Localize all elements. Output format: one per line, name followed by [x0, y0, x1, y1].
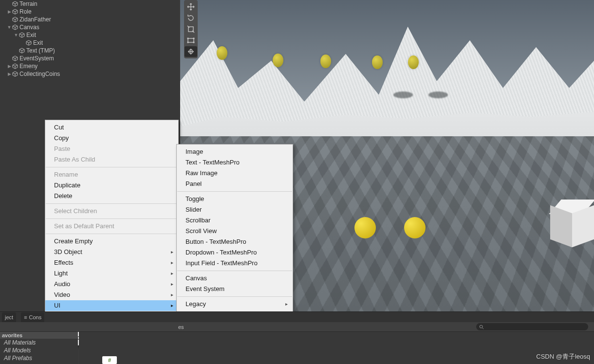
favorites-item[interactable]: All Models: [0, 346, 78, 354]
menu-item[interactable]: Create Empty: [45, 236, 178, 247]
hierarchy-item-label: Exit: [26, 31, 36, 39]
search-input[interactable]: [476, 323, 588, 330]
project-toolbar: es: [0, 322, 594, 332]
gameobject-icon: [25, 39, 32, 46]
menu-item[interactable]: Legacy: [177, 299, 293, 309]
hierarchy-item[interactable]: ▶CollectingCoins: [0, 70, 179, 78]
gameobject-icon: [19, 32, 25, 38]
menu-item[interactable]: 3D Object: [45, 247, 178, 257]
menu-item[interactable]: Effects: [45, 257, 178, 268]
menu-item[interactable]: Audio: [45, 279, 178, 290]
hierarchy-item-label: EventSystem: [19, 55, 54, 62]
hierarchy-item-label: Text (TMP): [26, 47, 55, 55]
menu-item[interactable]: Dropdown - TextMeshPro: [177, 247, 293, 258]
hierarchy-item[interactable]: EventSystem: [0, 55, 179, 62]
menu-item: Paste: [45, 144, 178, 154]
hierarchy-item[interactable]: Exit: [0, 39, 179, 47]
hierarchy-item[interactable]: ▶Role: [0, 8, 179, 16]
menu-item: Rename: [45, 169, 178, 180]
hierarchy-item-label: ZidanFather: [19, 16, 51, 23]
search-icon: [479, 325, 484, 329]
menu-item[interactable]: Video: [45, 290, 178, 300]
gameobject-icon: [12, 8, 19, 15]
menu-item[interactable]: Scroll View: [177, 226, 293, 237]
menu-item[interactable]: Slider: [177, 204, 293, 215]
menu-item[interactable]: Raw Image: [177, 168, 293, 179]
gameobject-icon: [12, 0, 19, 7]
menu-item[interactable]: Scrollbar: [177, 215, 293, 226]
transform-tool-icon[interactable]: [185, 46, 197, 57]
asset-chip[interactable]: #: [102, 356, 117, 364]
tab-fragment: es: [178, 324, 184, 330]
favorites-item[interactable]: All Prefabs: [0, 354, 78, 362]
menu-item[interactable]: Input Field - TextMeshPro: [177, 258, 293, 269]
menu-item[interactable]: Canvas: [177, 273, 293, 284]
coin-object[interactable]: [408, 55, 419, 69]
expand-arrow-icon[interactable]: ▼: [14, 31, 19, 39]
hierarchy-item-label: CollectingCoins: [19, 70, 60, 78]
hierarchy-item[interactable]: ▼Canvas: [0, 23, 179, 31]
hierarchy-item-label: Role: [19, 8, 32, 16]
gameobject-icon: [12, 71, 19, 77]
move-tool-icon[interactable]: [185, 1, 197, 12]
cube-player[interactable]: [550, 209, 594, 253]
gameobject-icon: [19, 47, 25, 54]
hierarchy-item[interactable]: ▶Emeny: [0, 62, 179, 70]
menu-item[interactable]: Image: [177, 146, 293, 157]
menu-item: Paste As Child: [45, 154, 178, 165]
favorites-panel[interactable]: avorites All MaterialsAll ModelsAll Pref…: [0, 332, 78, 364]
menu-item[interactable]: Text - TextMeshPro: [177, 157, 293, 168]
menu-item[interactable]: Copy: [45, 133, 178, 144]
svg-rect-1: [188, 38, 194, 42]
scale-tool-icon[interactable]: [185, 24, 197, 35]
hierarchy-item-label: Terrain: [19, 0, 37, 8]
menu-item[interactable]: Duplicate: [45, 180, 178, 191]
favorites-header: avorites: [0, 332, 78, 339]
menu-item[interactable]: UI: [45, 300, 178, 311]
hierarchy-item[interactable]: ZidanFather: [0, 16, 179, 23]
menu-item[interactable]: Toggle: [177, 194, 293, 204]
coin-object[interactable]: [217, 46, 227, 60]
watermark: CSDN @青子leosq: [536, 352, 590, 361]
hierarchy-item[interactable]: Text (TMP): [0, 47, 179, 55]
menu-item[interactable]: Event System: [177, 284, 293, 294]
bottom-tabs: ject ≡ Cons: [0, 311, 594, 322]
coin-object[interactable]: [404, 217, 426, 238]
expand-arrow-icon[interactable]: ▼: [7, 23, 12, 31]
coin-object[interactable]: [273, 54, 283, 67]
rotate-tool-icon[interactable]: [185, 13, 197, 23]
coin-object[interactable]: [372, 55, 383, 69]
coin-object[interactable]: [320, 55, 331, 68]
coin-object[interactable]: [354, 217, 376, 238]
hierarchy-item-label: Emeny: [19, 62, 37, 70]
gameobject-icon: [12, 63, 19, 70]
gameobject-icon: [12, 55, 19, 62]
expand-arrow-icon[interactable]: ▶: [7, 62, 12, 70]
shadow: [393, 91, 413, 98]
menu-item[interactable]: Delete: [45, 191, 178, 201]
project-content[interactable]: [79, 332, 594, 364]
favorites-item[interactable]: All Materials: [0, 339, 78, 346]
context-submenu-ui[interactable]: ImageText - TextMeshProRaw ImagePanelTog…: [176, 144, 293, 312]
scene-tool-column: [184, 0, 198, 58]
menu-item: Select Children: [45, 206, 178, 217]
hierarchy-item[interactable]: ▼Exit: [0, 31, 179, 39]
svg-point-7: [480, 325, 483, 328]
expand-arrow-icon[interactable]: ▶: [7, 8, 12, 16]
menu-item[interactable]: Cut: [45, 122, 178, 133]
tab-project[interactable]: ject: [2, 312, 16, 322]
expand-arrow-icon[interactable]: ▶: [7, 70, 12, 78]
hierarchy-item[interactable]: Terrain: [0, 0, 179, 8]
gameobject-icon: [12, 16, 19, 23]
hierarchy-item-label: Exit: [33, 39, 43, 47]
menu-item[interactable]: Light: [45, 268, 178, 279]
menu-item: Set as Default Parent: [45, 221, 178, 232]
hierarchy-item-label: Canvas: [19, 23, 39, 31]
shadow: [428, 91, 448, 98]
menu-item[interactable]: Button - TextMeshPro: [177, 237, 293, 247]
menu-item[interactable]: Panel: [177, 179, 293, 189]
rect-tool-icon[interactable]: [185, 35, 197, 46]
tab-console[interactable]: ≡ Cons: [21, 312, 44, 322]
gameobject-icon: [12, 24, 19, 31]
